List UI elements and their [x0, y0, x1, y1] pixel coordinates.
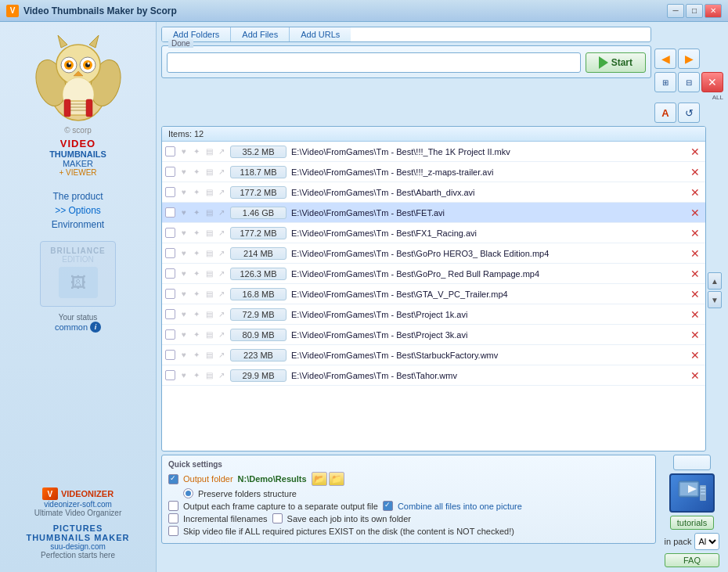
start-label: Start: [611, 57, 632, 68]
table-row[interactable]: ♥ ✦ ▤ ↗ 177.2 MB E:\Video\FromGames\Tm -…: [162, 223, 705, 243]
font-button[interactable]: A: [654, 103, 676, 123]
tutorials-label[interactable]: tutorials: [670, 516, 715, 530]
table-row[interactable]: ♥ ✦ ▤ ↗ 177.2 MB E:\Video\FromGames\Tm -…: [162, 182, 705, 203]
item-icon-arrow: ↗: [216, 228, 227, 239]
item-checkbox[interactable]: [165, 268, 175, 279]
item-checkbox[interactable]: [165, 228, 175, 238]
table-row[interactable]: ♥ ✦ ▤ ↗ 80.9 MB E:\Video\FromGames\Tm - …: [162, 325, 705, 345]
item-icon-arrow: ↗: [216, 350, 227, 361]
scroll-controls: ▲ ▼: [706, 126, 723, 455]
item-icon-arrow: ↗: [216, 309, 227, 320]
pictures-title: PICTURESTHUMBNAILS MAKER: [26, 523, 129, 542]
item-checkbox[interactable]: [165, 167, 175, 177]
grid2-button[interactable]: ⊟: [678, 72, 700, 92]
item-checkbox[interactable]: [165, 350, 175, 360]
scroll-down-button[interactable]: ▼: [708, 291, 722, 308]
table-row[interactable]: ♥ ✦ ▤ ↗ 118.7 MB E:\Video\FromGames\Tm -…: [162, 162, 705, 182]
output-folder-checkbox[interactable]: [168, 474, 178, 484]
nav-link-environment[interactable]: Environment: [52, 218, 104, 232]
table-row[interactable]: ♥ ✦ ▤ ↗ 1.46 GB E:\Video\FromGames\Tm - …: [162, 203, 705, 223]
item-size: 126.3 MB: [230, 268, 287, 280]
item-delete-button[interactable]: ✕: [688, 348, 702, 362]
close-button[interactable]: ✕: [705, 4, 722, 18]
forward-button[interactable]: ▶: [678, 49, 700, 69]
item-icon-heart: ♥: [178, 289, 189, 300]
skip-video-checkbox[interactable]: [168, 526, 178, 536]
nav-link-product[interactable]: The product: [52, 189, 104, 203]
item-delete-button[interactable]: ✕: [688, 185, 702, 200]
item-icons: ♥ ✦ ▤ ↗: [178, 268, 227, 279]
item-size: 29.9 MB: [230, 369, 287, 382]
item-checkbox[interactable]: [165, 146, 175, 156]
item-delete-button[interactable]: ✕: [688, 328, 702, 342]
table-row[interactable]: ♥ ✦ ▤ ↗ 16.8 MB E:\Video\FromGames\Tm - …: [162, 284, 705, 304]
item-checkbox[interactable]: [165, 289, 175, 299]
separate-output-checkbox[interactable]: [168, 501, 178, 511]
back-button[interactable]: ◀: [654, 49, 676, 69]
table-row[interactable]: ♥ ✦ ▤ ↗ 35.2 MB E:\Video\FromGames\Tm - …: [162, 142, 705, 162]
item-checkbox[interactable]: [165, 207, 175, 218]
item-delete-button[interactable]: ✕: [688, 267, 702, 281]
table-row[interactable]: ♥ ✦ ▤ ↗ 223 MB E:\Video\FromGames\Tm - B…: [162, 345, 705, 365]
item-icons: ♥ ✦ ▤ ↗: [178, 167, 227, 178]
bottom-row: Quick settings Output folder N:\Demo\Res…: [161, 455, 723, 567]
grid1-button[interactable]: ⊞: [654, 72, 676, 92]
item-checkbox[interactable]: [165, 248, 175, 258]
pictures-link[interactable]: suu-design.com: [26, 542, 129, 551]
item-delete-button[interactable]: ✕: [688, 369, 702, 383]
font-btns: A ↺: [654, 103, 723, 123]
item-checkbox[interactable]: [165, 370, 175, 380]
sidebar-bottom: V VIDEONIZER videonizer-soft.com Ultimat…: [20, 481, 135, 566]
videonizer-link[interactable]: videonizer-soft.com: [26, 500, 129, 509]
item-delete-button[interactable]: ✕: [688, 226, 702, 240]
faq-button[interactable]: FAQ: [665, 553, 720, 567]
save-each-job-checkbox[interactable]: [272, 513, 283, 523]
tab-add-urls[interactable]: Add URLs: [290, 27, 351, 41]
brilliance-title: BRILLIANCE: [50, 246, 106, 255]
browse-folder-button[interactable]: 📂: [312, 472, 327, 486]
item-checkboxes: [165, 329, 175, 340]
svg-marker-5: [89, 35, 99, 48]
item-icons: ♥ ✦ ▤ ↗: [178, 370, 227, 381]
table-row[interactable]: ♥ ✦ ▤ ↗ 214 MB E:\Video\FromGames\Tm - B…: [162, 243, 705, 264]
item-delete-button[interactable]: ✕: [688, 308, 702, 322]
item-icon-arrow: ↗: [216, 329, 227, 340]
all-label: ALL: [654, 94, 723, 101]
item-delete-button[interactable]: ✕: [688, 246, 702, 261]
item-checkbox[interactable]: [165, 187, 175, 197]
tutorials-icon: [669, 473, 715, 513]
items-panel: Items: 12 ♥ ✦ ▤ ↗ 35.2 MB E:\Video\FromG…: [161, 126, 706, 451]
tab-add-files[interactable]: Add Files: [231, 27, 290, 41]
combine-checkbox[interactable]: [383, 501, 393, 511]
videonizer-logo: V VIDEONIZER: [26, 487, 129, 500]
refresh-button[interactable]: ↺: [678, 103, 700, 123]
item-icon-star: ✦: [191, 268, 202, 279]
minimize-button[interactable]: ─: [667, 4, 684, 18]
item-delete-button[interactable]: ✕: [688, 145, 702, 159]
save-each-job-label: Save each job into its own folder: [287, 514, 411, 523]
item-checkbox[interactable]: [165, 329, 175, 340]
maximize-button[interactable]: □: [686, 4, 703, 18]
item-path: E:\Video\FromGames\Tm - Best\FET.avi: [291, 208, 685, 218]
close-all-button[interactable]: ✕: [701, 72, 723, 92]
start-button[interactable]: Start: [586, 52, 646, 73]
item-icons: ♥ ✦ ▤ ↗: [178, 146, 227, 157]
item-checkbox[interactable]: [165, 309, 175, 319]
info-icon[interactable]: i: [90, 322, 101, 333]
item-delete-button[interactable]: ✕: [688, 165, 702, 179]
nav-link-options[interactable]: >> Options: [52, 203, 104, 218]
item-delete-button[interactable]: ✕: [688, 287, 702, 301]
preserve-folders-radio[interactable]: [183, 488, 193, 498]
in-pack-select[interactable]: All: [694, 533, 719, 550]
incremental-checkbox[interactable]: [168, 513, 178, 523]
table-row[interactable]: ♥ ✦ ▤ ↗ 72.9 MB E:\Video\FromGames\Tm - …: [162, 304, 705, 325]
table-row[interactable]: ♥ ✦ ▤ ↗ 29.9 MB E:\Video\FromGames\Tm - …: [162, 365, 705, 386]
items-list: ♥ ✦ ▤ ↗ 35.2 MB E:\Video\FromGames\Tm - …: [162, 142, 705, 451]
scroll-up-button[interactable]: ▲: [708, 272, 722, 290]
table-row[interactable]: ♥ ✦ ▤ ↗ 126.3 MB E:\Video\FromGames\Tm -…: [162, 264, 705, 284]
items-count: Items: 12: [168, 129, 204, 139]
open-folder-button[interactable]: 📁: [329, 472, 344, 486]
tutorials-button[interactable]: tutorials: [661, 473, 723, 530]
item-delete-button[interactable]: ✕: [688, 206, 702, 220]
combine-label: Combine all files into one picture: [398, 502, 522, 511]
